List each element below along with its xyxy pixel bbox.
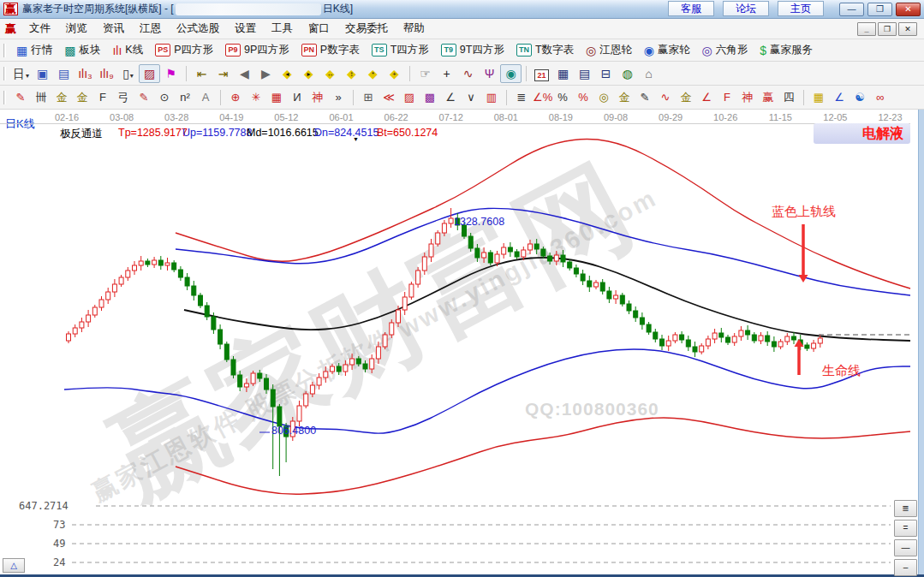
toolbar-grip[interactable] bbox=[3, 67, 6, 80]
menu-item-10[interactable]: 帮助 bbox=[396, 19, 432, 39]
notes-button[interactable]: ▤ bbox=[574, 64, 595, 83]
expand-pane-button[interactable]: △ bbox=[3, 558, 25, 573]
pane-restore-button-4[interactable]: – bbox=[894, 559, 917, 576]
menu-item-3[interactable]: 资讯 bbox=[95, 19, 132, 39]
n2-tool-button[interactable]: n² bbox=[175, 88, 195, 106]
mdi-minimize-button[interactable]: _ bbox=[857, 22, 876, 36]
gann-diamond-left-button[interactable]: ◆◂ bbox=[277, 64, 298, 83]
si-angle-button[interactable]: 四 bbox=[778, 88, 799, 106]
wave-tool-button[interactable]: ∿ bbox=[655, 88, 676, 106]
remote-pc-button[interactable]: ⌂ bbox=[638, 64, 659, 83]
gann-diamond-cross-button[interactable]: ◆+ bbox=[384, 64, 405, 83]
titlebar-link-3[interactable]: 主页 bbox=[778, 1, 824, 16]
info-panel-button[interactable]: ▤ bbox=[53, 64, 75, 83]
kline-button[interactable]: ılıK线 bbox=[106, 41, 149, 59]
target-red-button[interactable]: ⊕ bbox=[225, 88, 246, 106]
kline-canvas[interactable] bbox=[0, 110, 918, 574]
hexagon-button[interactable]: ◎六角形 bbox=[696, 41, 754, 59]
menu-item-6[interactable]: 设置 bbox=[227, 19, 264, 39]
web-grid-button[interactable]: ▦ bbox=[266, 88, 287, 106]
bars-3-button[interactable]: ılı₃ bbox=[75, 64, 96, 83]
pane-restore-button-2[interactable]: = bbox=[894, 520, 917, 537]
mdi-close-button[interactable]: ✕ bbox=[898, 22, 917, 36]
a-tool-button[interactable]: A bbox=[195, 88, 216, 106]
p9-square-button[interactable]: P99P四方形 bbox=[219, 41, 295, 59]
j-angle-button[interactable]: ∠ bbox=[696, 88, 717, 106]
f-lines-button[interactable]: F bbox=[92, 88, 113, 106]
mdi-restore-button[interactable]: ❐ bbox=[878, 22, 897, 36]
yellow-grid-button[interactable]: ▦ bbox=[808, 88, 829, 106]
f-angle-button[interactable]: F bbox=[717, 88, 737, 106]
gann-purple-tool-button[interactable]: Ψ bbox=[479, 64, 500, 83]
titlebar-link-2[interactable]: 论坛 bbox=[723, 1, 769, 16]
menu-item-5[interactable]: 公式选股 bbox=[169, 19, 227, 39]
pattern-tool-button[interactable]: ▨ bbox=[139, 64, 160, 83]
menu-item-9[interactable]: 交易委托 bbox=[337, 19, 396, 39]
bars-9-button[interactable]: ılı₉ bbox=[96, 64, 117, 83]
next-page-button[interactable]: ▶ bbox=[255, 64, 277, 83]
percent-button[interactable]: % bbox=[552, 88, 573, 106]
gann-diamond-v-button[interactable]: ◆↕ bbox=[341, 64, 362, 83]
brush-button[interactable]: ✎ bbox=[10, 88, 31, 106]
pencil-black-button[interactable]: ✎ bbox=[635, 88, 655, 106]
window-layout-button[interactable]: ▣ bbox=[32, 64, 53, 83]
hand-tool-button[interactable]: ☞ bbox=[414, 64, 436, 83]
period-dropdown-button[interactable]: 日▾ bbox=[10, 64, 32, 83]
zigzag-tool-button[interactable]: ∿ bbox=[457, 64, 479, 83]
maximize-button[interactable]: ❐ bbox=[867, 3, 892, 16]
mini-chart-button[interactable]: ∠ bbox=[829, 88, 849, 106]
candle-style-dropdown-button[interactable]: ▯▾ bbox=[117, 64, 139, 83]
starburst-button[interactable]: ✳ bbox=[246, 88, 266, 106]
crosshair-tool-button[interactable]: + bbox=[436, 64, 457, 83]
gann-wheel-button[interactable]: ◎江恩轮 bbox=[580, 41, 638, 59]
winner-service-button[interactable]: $赢家服务 bbox=[754, 41, 819, 59]
menu-item-4[interactable]: 江恩 bbox=[132, 19, 169, 39]
sectors-button[interactable]: ▩板块 bbox=[58, 41, 106, 59]
gold-grid-1-button[interactable]: 金 bbox=[51, 88, 72, 106]
circle-tool-button[interactable]: ⊙ bbox=[154, 88, 175, 106]
more-tools-button[interactable]: » bbox=[328, 88, 349, 106]
minimize-button[interactable]: — bbox=[839, 3, 864, 16]
ying-angle-button[interactable]: 赢 bbox=[758, 88, 778, 106]
percent-angle-button[interactable]: ∠% bbox=[532, 88, 552, 106]
save-button[interactable]: ⊟ bbox=[595, 64, 617, 83]
shen-angle-button[interactable]: 神 bbox=[737, 88, 758, 106]
red-grid-button[interactable]: ▥ bbox=[481, 88, 502, 106]
grid-box-button[interactable]: ▩ bbox=[420, 88, 440, 106]
angle-tool-button[interactable]: ∠ bbox=[440, 88, 461, 106]
v-tool-button[interactable]: ∨ bbox=[461, 88, 481, 106]
percent-line-button[interactable]: % bbox=[573, 88, 593, 106]
gold-lines-button[interactable]: 金 bbox=[614, 88, 635, 106]
t9-square-button[interactable]: T99T四方形 bbox=[435, 41, 510, 59]
prev-page-button[interactable]: ◀ bbox=[234, 64, 255, 83]
t-square-button[interactable]: TST四方形 bbox=[366, 41, 435, 59]
pane-restore-button-3[interactable]: — bbox=[894, 539, 917, 556]
box-tool-button[interactable]: ⊞ bbox=[358, 88, 379, 106]
rays-box-button[interactable]: ▨ bbox=[399, 88, 420, 106]
toolbar-grip[interactable] bbox=[3, 91, 6, 104]
calendar-button[interactable]: 21 bbox=[531, 64, 552, 83]
gann-diamond-right-button[interactable]: ◆▸ bbox=[298, 64, 319, 83]
maze-tool-button[interactable]: ◉ bbox=[500, 64, 522, 83]
winner-wheel-button[interactable]: ◉赢家轮 bbox=[638, 41, 696, 59]
menu-item-8[interactable]: 窗口 bbox=[301, 19, 337, 39]
gann-diamond-h-button[interactable]: ◆↔ bbox=[319, 64, 341, 83]
rays-fan-button[interactable]: ≪ bbox=[379, 88, 399, 106]
gann-diamond-star-button[interactable]: ◆* bbox=[362, 64, 384, 83]
web-save-button[interactable]: ◍ bbox=[617, 64, 638, 83]
p-square-button[interactable]: PSP四方形 bbox=[149, 41, 219, 59]
toolbar-grip[interactable] bbox=[3, 44, 6, 57]
chart-area[interactable]: 赢家财富网 赢家江恩软件 股票分析软件 www.yingjia360.com Q… bbox=[0, 110, 918, 574]
n-quote-button[interactable]: И bbox=[287, 88, 307, 106]
calculator-button[interactable]: ▦ bbox=[552, 64, 574, 83]
menu-item-1[interactable]: 文件 bbox=[21, 19, 58, 39]
bars-tool-button[interactable]: ≣ bbox=[511, 88, 532, 106]
quotes-button[interactable]: ▦行情 bbox=[10, 41, 58, 59]
pane-restore-button-1[interactable]: ≣ bbox=[894, 500, 917, 517]
infinity-button[interactable]: ∞ bbox=[870, 88, 891, 106]
marker-lines-button[interactable]: ✎ bbox=[134, 88, 154, 106]
grid-lines-button[interactable]: 卌 bbox=[31, 88, 51, 106]
yinyang-button[interactable]: ☯ bbox=[849, 88, 870, 106]
p-digit-table-button[interactable]: PNP数字表 bbox=[295, 41, 366, 59]
volume-profile-button[interactable]: ⚑ bbox=[160, 64, 182, 83]
